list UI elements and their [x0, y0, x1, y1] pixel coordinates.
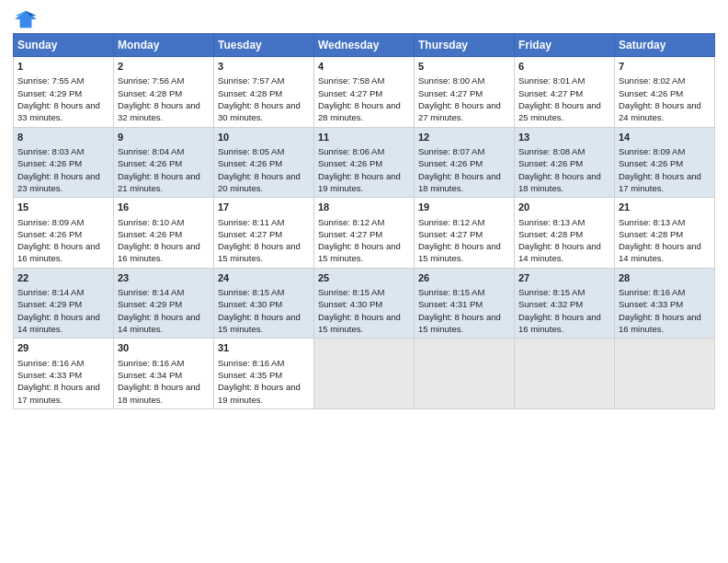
sunrise-text: Sunrise: 8:11 AM: [218, 217, 284, 227]
day-cell: 7Sunrise: 8:02 AMSunset: 4:26 PMDaylight…: [615, 57, 715, 128]
day-number: 7: [619, 60, 711, 74]
day-number: 4: [318, 60, 410, 74]
sunset-text: Sunset: 4:26 PM: [218, 158, 282, 168]
day-header-wednesday: Wednesday: [314, 34, 415, 57]
day-cell: [515, 339, 615, 409]
sunrise-text: Sunrise: 8:01 AM: [518, 75, 585, 86]
daylight-text: Daylight: 8 hours and 16 minutes.: [619, 312, 701, 334]
day-cell: 11Sunrise: 8:06 AMSunset: 4:26 PMDayligh…: [314, 127, 415, 198]
daylight-text: Daylight: 8 hours and 27 minutes.: [418, 100, 501, 122]
day-cell: 31Sunrise: 8:16 AMSunset: 4:35 PMDayligh…: [214, 339, 314, 409]
day-number: 19: [418, 201, 510, 214]
day-cell: [415, 339, 515, 409]
day-number: 24: [218, 271, 310, 285]
day-cell: 25Sunrise: 8:15 AMSunset: 4:30 PMDayligh…: [314, 268, 415, 339]
day-number: 11: [318, 131, 410, 144]
daylight-text: Daylight: 8 hours and 15 minutes.: [318, 241, 401, 263]
page-container: SundayMondayTuesdayWednesdayThursdayFrid…: [0, 0, 728, 415]
day-number: 30: [118, 341, 210, 355]
sunset-text: Sunset: 4:26 PM: [118, 158, 182, 168]
sunrise-text: Sunrise: 8:12 AM: [318, 217, 384, 227]
daylight-text: Daylight: 8 hours and 19 minutes.: [318, 171, 401, 193]
day-number: 8: [17, 131, 109, 144]
sunset-text: Sunset: 4:29 PM: [118, 299, 182, 309]
daylight-text: Daylight: 8 hours and 32 minutes.: [118, 100, 200, 122]
day-cell: 30Sunrise: 8:16 AMSunset: 4:34 PMDayligh…: [114, 339, 214, 409]
daylight-text: Daylight: 8 hours and 14 minutes.: [619, 241, 701, 263]
daylight-text: Daylight: 8 hours and 23 minutes.: [17, 171, 100, 193]
sunrise-text: Sunrise: 8:15 AM: [418, 287, 484, 297]
sunset-text: Sunset: 4:27 PM: [218, 229, 282, 239]
daylight-text: Daylight: 8 hours and 15 minutes.: [418, 312, 501, 334]
day-number: 26: [418, 271, 510, 285]
sunset-text: Sunset: 4:32 PM: [518, 299, 583, 309]
sunrise-text: Sunrise: 8:16 AM: [118, 358, 184, 368]
daylight-text: Daylight: 8 hours and 17 minutes.: [619, 171, 701, 193]
svg-marker-0: [15, 11, 37, 28]
day-cell: 13Sunrise: 8:08 AMSunset: 4:26 PMDayligh…: [515, 127, 615, 198]
day-number: 12: [418, 131, 510, 144]
day-cell: 23Sunrise: 8:14 AMSunset: 4:29 PMDayligh…: [114, 268, 214, 339]
day-header-thursday: Thursday: [415, 34, 515, 57]
daylight-text: Daylight: 8 hours and 24 minutes.: [619, 100, 701, 122]
daylight-text: Daylight: 8 hours and 17 minutes.: [17, 382, 100, 404]
day-number: 28: [619, 271, 711, 285]
day-header-monday: Monday: [114, 34, 214, 57]
week-row-4: 22Sunrise: 8:14 AMSunset: 4:29 PMDayligh…: [14, 268, 715, 339]
daylight-text: Daylight: 8 hours and 14 minutes.: [118, 312, 200, 334]
daylight-text: Daylight: 8 hours and 16 minutes.: [118, 241, 200, 263]
sunset-text: Sunset: 4:26 PM: [318, 158, 382, 168]
sunrise-text: Sunrise: 8:15 AM: [218, 287, 284, 297]
daylight-text: Daylight: 8 hours and 30 minutes.: [218, 100, 301, 122]
sunrise-text: Sunrise: 8:14 AM: [118, 287, 184, 297]
sunset-text: Sunset: 4:30 PM: [318, 299, 382, 309]
sunset-text: Sunset: 4:26 PM: [17, 229, 82, 239]
day-number: 6: [518, 60, 610, 74]
day-cell: 28Sunrise: 8:16 AMSunset: 4:33 PMDayligh…: [615, 268, 715, 339]
day-cell: 22Sunrise: 8:14 AMSunset: 4:29 PMDayligh…: [14, 268, 114, 339]
week-row-2: 8Sunrise: 8:03 AMSunset: 4:26 PMDaylight…: [14, 127, 715, 198]
calendar-table: SundayMondayTuesdayWednesdayThursdayFrid…: [13, 33, 715, 409]
sunset-text: Sunset: 4:27 PM: [518, 88, 583, 98]
day-number: 10: [218, 131, 310, 144]
daylight-text: Daylight: 8 hours and 15 minutes.: [218, 241, 301, 263]
day-number: 18: [318, 201, 410, 214]
daylight-text: Daylight: 8 hours and 14 minutes.: [17, 312, 100, 334]
day-cell: 21Sunrise: 8:13 AMSunset: 4:28 PMDayligh…: [615, 198, 715, 269]
sunset-text: Sunset: 4:27 PM: [418, 88, 483, 98]
header: [13, 9, 715, 29]
sunset-text: Sunset: 4:26 PM: [619, 158, 683, 168]
sunrise-text: Sunrise: 8:13 AM: [518, 217, 585, 227]
sunrise-text: Sunrise: 8:09 AM: [17, 217, 84, 227]
sunset-text: Sunset: 4:33 PM: [619, 299, 683, 309]
sunset-text: Sunset: 4:29 PM: [17, 299, 82, 309]
day-header-tuesday: Tuesday: [214, 34, 314, 57]
day-cell: [615, 339, 715, 409]
day-cell: 17Sunrise: 8:11 AMSunset: 4:27 PMDayligh…: [214, 198, 314, 269]
logo: [13, 9, 41, 29]
day-number: 2: [118, 60, 210, 74]
sunrise-text: Sunrise: 8:10 AM: [118, 217, 184, 227]
day-number: 25: [318, 271, 410, 285]
day-cell: 15Sunrise: 8:09 AMSunset: 4:26 PMDayligh…: [14, 198, 114, 269]
sunset-text: Sunset: 4:26 PM: [619, 88, 683, 98]
day-cell: 20Sunrise: 8:13 AMSunset: 4:28 PMDayligh…: [515, 198, 615, 269]
daylight-text: Daylight: 8 hours and 14 minutes.: [518, 241, 601, 263]
sunrise-text: Sunrise: 8:14 AM: [17, 287, 84, 297]
sunrise-text: Sunrise: 8:02 AM: [619, 75, 685, 86]
daylight-text: Daylight: 8 hours and 18 minutes.: [118, 382, 200, 404]
day-number: 22: [17, 271, 109, 285]
sunset-text: Sunset: 4:29 PM: [17, 88, 82, 98]
day-cell: 9Sunrise: 8:04 AMSunset: 4:26 PMDaylight…: [114, 127, 214, 198]
sunrise-text: Sunrise: 7:57 AM: [218, 75, 284, 86]
day-number: 9: [118, 131, 210, 144]
day-number: 31: [218, 341, 310, 355]
daylight-text: Daylight: 8 hours and 20 minutes.: [218, 171, 301, 193]
sunset-text: Sunset: 4:30 PM: [218, 299, 282, 309]
daylight-text: Daylight: 8 hours and 16 minutes.: [518, 312, 601, 334]
sunrise-text: Sunrise: 8:16 AM: [619, 287, 685, 297]
sunrise-text: Sunrise: 8:15 AM: [518, 287, 585, 297]
sunset-text: Sunset: 4:26 PM: [17, 158, 82, 168]
day-number: 3: [218, 60, 310, 74]
sunrise-text: Sunrise: 8:12 AM: [418, 217, 484, 227]
